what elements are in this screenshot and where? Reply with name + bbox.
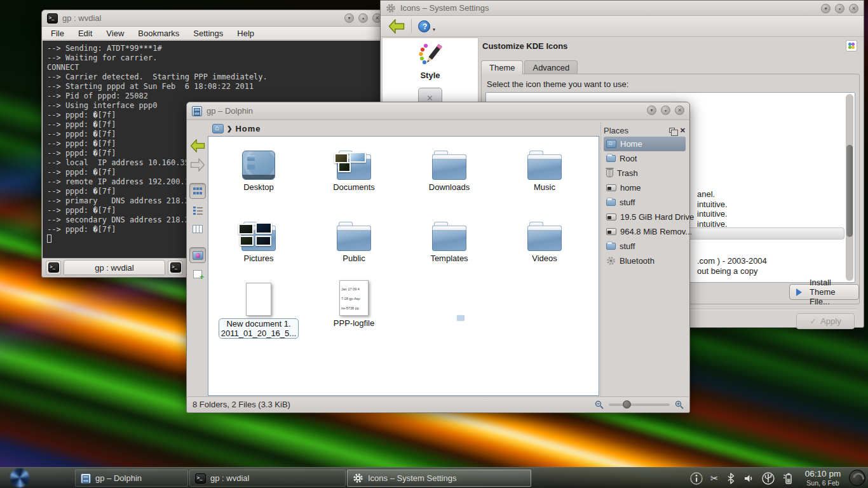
- folder-item-videos[interactable]: Videos: [497, 213, 592, 263]
- app-launcher-icon[interactable]: [6, 468, 33, 487]
- close-button[interactable]: [849, 4, 858, 13]
- maximize-button[interactable]: [661, 105, 670, 115]
- close-button[interactable]: [675, 105, 684, 115]
- scrollbar[interactable]: [846, 94, 853, 281]
- folder-item-desktop[interactable]: Desktop: [211, 142, 306, 192]
- tab-list-button[interactable]: [168, 261, 183, 275]
- volume-icon[interactable]: [743, 473, 754, 484]
- taskbar-item-system-settings[interactable]: Icons – System Settings: [347, 470, 531, 487]
- places-item-removable[interactable]: 964.8 MiB Remov...: [604, 224, 686, 239]
- terminal-line: CONNECT: [47, 63, 382, 72]
- breadcrumb-home[interactable]: Home: [235, 124, 261, 133]
- file-label-selected: New document 1. 2011_01_20_16_5...: [211, 318, 306, 339]
- minimize-button[interactable]: [647, 105, 656, 115]
- home-folder-icon[interactable]: [212, 124, 224, 133]
- tab-advanced[interactable]: Advanced: [524, 60, 578, 74]
- forward-arrow-icon: [190, 158, 205, 172]
- dolphin-file-view[interactable]: Desktop Documents Downloads Music: [208, 136, 599, 396]
- system-settings-titlebar[interactable]: Icons – System Settings: [381, 1, 864, 16]
- float-panel-icon[interactable]: [669, 128, 675, 133]
- usb-device-icon[interactable]: [761, 471, 775, 485]
- battery-icon[interactable]: [782, 472, 794, 485]
- file-item-ppp-logfile[interactable]: Jan 17 09:4 7:18 gp-Asp ire-5738 pp pd[1…: [306, 278, 402, 328]
- breadcrumb: ❯ Home: [208, 121, 599, 136]
- sidebar-item-style[interactable]: Style: [383, 38, 478, 80]
- maximize-button[interactable]: [358, 13, 368, 23]
- bluetooth-icon[interactable]: [726, 473, 736, 484]
- folder-icon: [606, 199, 616, 206]
- places-item-bluetooth[interactable]: Bluetooth: [604, 254, 686, 268]
- places-item-home-partition[interactable]: home: [604, 180, 686, 195]
- konsole-window-buttons: [344, 13, 382, 23]
- close-panel-icon[interactable]: ✕: [680, 126, 686, 135]
- folder-item-public[interactable]: Public: [306, 213, 402, 263]
- forward-button[interactable]: [189, 157, 206, 173]
- zoom-in-icon[interactable]: [675, 400, 684, 409]
- places-item-hard-drive[interactable]: 19.5 GiB Hard Drive: [604, 210, 686, 224]
- menu-help[interactable]: Help: [237, 29, 254, 38]
- system-settings-title: Icons – System Settings: [400, 3, 489, 13]
- overview-icon[interactable]: [846, 40, 857, 51]
- hard-drive-icon: [606, 184, 616, 191]
- folder-item-music[interactable]: Music: [497, 142, 592, 192]
- taskbar-item-konsole[interactable]: gp : wvdial: [189, 470, 346, 487]
- konsole-titlebar[interactable]: gp : wvdial: [42, 10, 387, 27]
- places-item-root[interactable]: Root: [604, 151, 686, 166]
- panel-toolbox-cashew-icon[interactable]: [849, 470, 865, 486]
- install-theme-button[interactable]: Install Theme File...: [789, 284, 859, 300]
- digital-clock[interactable]: 06:10 pm Sun, 6 Feb: [798, 469, 848, 487]
- hard-drive-icon: [606, 214, 616, 220]
- file-item-new-document[interactable]: New document 1. 2011_01_20_16_5...: [211, 278, 306, 339]
- konsole-title: gp : wvdial: [62, 13, 101, 23]
- zoom-slider-thumb[interactable]: [623, 400, 631, 409]
- menu-edit[interactable]: Edit: [78, 29, 92, 38]
- split-view-button[interactable]: [189, 266, 206, 282]
- toolbar-separator: [411, 19, 412, 33]
- klipper-scissors-icon[interactable]: ✂: [710, 473, 719, 484]
- minimize-button[interactable]: [821, 4, 831, 13]
- places-item-home[interactable]: Home: [604, 137, 686, 151]
- menu-settings[interactable]: Settings: [193, 29, 223, 38]
- scrollbar-thumb[interactable]: [846, 145, 853, 237]
- details-view-button[interactable]: [189, 202, 206, 218]
- folder-item-pictures[interactable]: Pictures: [211, 213, 306, 263]
- chevron-down-icon: ▾: [433, 27, 435, 32]
- konsole-app-icon: [47, 13, 58, 24]
- minimize-button[interactable]: [344, 13, 354, 23]
- zoom-out-icon[interactable]: [595, 400, 604, 409]
- columns-view-button[interactable]: [189, 221, 206, 237]
- dolphin-title: gp – Dolphin: [207, 106, 253, 116]
- places-item-stuff2[interactable]: stuff: [604, 239, 686, 254]
- menu-view[interactable]: View: [106, 29, 124, 38]
- menu-bookmarks[interactable]: Bookmarks: [138, 29, 179, 38]
- home-icon: [606, 140, 616, 148]
- clock-time: 06:10 pm: [798, 469, 848, 479]
- maximize-button[interactable]: [835, 4, 844, 13]
- terminal-tab[interactable]: gp : wvdial: [64, 260, 165, 275]
- places-item-trash[interactable]: Trash: [604, 166, 686, 180]
- tab-theme[interactable]: Theme: [481, 60, 523, 74]
- folder-icon: [337, 222, 371, 251]
- back-button[interactable]: [189, 138, 206, 154]
- folder-item-downloads[interactable]: Downloads: [402, 142, 497, 192]
- back-button[interactable]: [388, 19, 405, 34]
- places-item-stuff[interactable]: stuff: [604, 195, 686, 210]
- new-tab-button[interactable]: [46, 261, 61, 275]
- folder-item-templates[interactable]: Templates: [402, 213, 497, 263]
- notifications-icon[interactable]: [689, 471, 703, 485]
- folder-icon: [432, 222, 466, 251]
- style-icon: [417, 42, 444, 67]
- dolphin-titlebar[interactable]: gp – Dolphin: [187, 102, 689, 120]
- terminal-icon: [170, 262, 181, 273]
- taskbar-item-dolphin[interactable]: gp – Dolphin: [75, 470, 188, 487]
- apply-button[interactable]: ✓ Apply: [796, 313, 855, 329]
- konsole-menubar: File Edit View Bookmarks Settings Help: [42, 27, 387, 40]
- icons-view-button[interactable]: [189, 183, 206, 199]
- help-button[interactable]: [418, 20, 430, 32]
- preview-button[interactable]: [189, 247, 206, 263]
- folder-item-documents[interactable]: Documents: [306, 142, 402, 192]
- menu-file[interactable]: File: [51, 29, 64, 38]
- zoom-slider[interactable]: [609, 403, 670, 406]
- dolphin-window: gp – Dolphin ❯ Home: [186, 102, 690, 413]
- terminal-cursor: [47, 234, 51, 243]
